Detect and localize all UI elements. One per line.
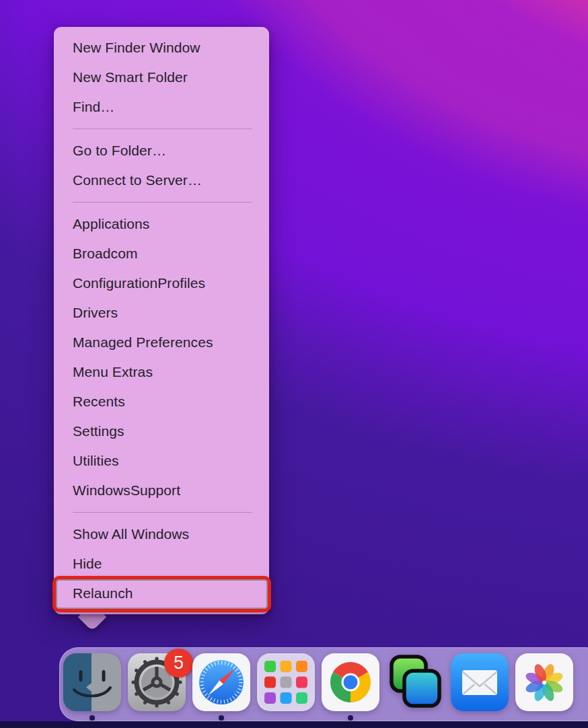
menu-item-show-all-windows[interactable]: Show All Windows [54, 519, 269, 549]
menu-item-drivers[interactable]: Drivers [54, 298, 269, 328]
menu-item-relaunch[interactable]: Relaunch [54, 579, 269, 608]
dock-app-screen-sharing[interactable] [386, 653, 444, 711]
desktop: New Finder Window New Smart Folder Find…… [0, 0, 588, 728]
dock-app-finder[interactable] [63, 653, 121, 711]
menu-item-new-finder-window[interactable]: New Finder Window [54, 33, 269, 63]
menu-item-find[interactable]: Find… [54, 92, 269, 122]
menu-item-hide[interactable]: Hide [54, 549, 269, 579]
menu-item-new-smart-folder[interactable]: New Smart Folder [54, 63, 269, 92]
menu-separator [73, 129, 252, 129]
running-indicator [348, 715, 353, 721]
running-indicator [219, 715, 224, 721]
dock: 5 [59, 647, 588, 721]
running-indicator [89, 715, 95, 721]
menu-item-managed-preferences[interactable]: Managed Preferences [54, 328, 269, 357]
dock-app-launchpad[interactable] [257, 653, 315, 711]
finder-icon [63, 653, 121, 711]
menu-item-menu-extras[interactable]: Menu Extras [54, 357, 269, 387]
menu-item-recents[interactable]: Recents [54, 387, 269, 416]
screen-bottom-strip [0, 721, 588, 728]
launchpad-grid-icon [257, 653, 315, 711]
finder-dock-context-menu: New Finder Window New Smart Folder Find…… [54, 27, 269, 614]
dock-app-safari[interactable] [192, 653, 250, 711]
safari-compass-icon [192, 653, 250, 711]
dock-app-chrome[interactable] [322, 653, 379, 711]
notification-badge: 5 [164, 649, 193, 678]
menu-separator [73, 512, 252, 513]
dock-app-system-settings[interactable]: 5 [128, 653, 186, 711]
photos-pinwheel-icon [515, 653, 573, 711]
menu-item-utilities[interactable]: Utilities [54, 446, 269, 476]
menu-item-settings[interactable]: Settings [54, 416, 269, 446]
dock-app-mail[interactable] [451, 653, 509, 711]
menu-item-applications[interactable]: Applications [54, 209, 269, 239]
dock-app-photos[interactable] [515, 653, 573, 711]
mail-envelope-icon [451, 653, 509, 711]
menu-item-broadcom[interactable]: Broadcom [54, 239, 269, 268]
menu-item-go-to-folder[interactable]: Go to Folder… [54, 136, 269, 166]
menu-item-configurationprofiles[interactable]: ConfigurationProfiles [54, 268, 269, 298]
screen-sharing-icon [386, 653, 444, 711]
menu-item-connect-to-server[interactable]: Connect to Server… [54, 166, 269, 195]
menu-separator [73, 202, 252, 203]
menu-item-windowssupport[interactable]: WindowsSupport [54, 476, 269, 505]
chrome-icon [322, 653, 379, 711]
